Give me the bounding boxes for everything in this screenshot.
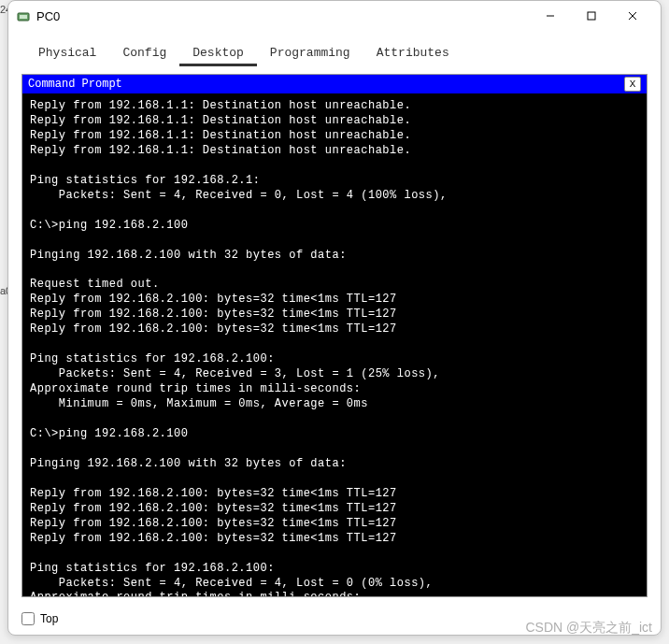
close-button[interactable]	[612, 3, 653, 29]
footer-bar: Top	[8, 607, 661, 635]
tab-attributes[interactable]: Attributes	[363, 42, 463, 66]
command-prompt-header: Command Prompt X	[22, 75, 647, 93]
tab-physical[interactable]: Physical	[25, 42, 109, 66]
tab-config[interactable]: Config	[109, 42, 179, 66]
minimize-button[interactable]	[530, 3, 571, 29]
maximize-button[interactable]	[571, 3, 612, 29]
command-prompt-close-button[interactable]: X	[624, 77, 641, 92]
desktop-panel: Command Prompt X Reply from 192.168.1.1:…	[21, 74, 648, 597]
terminal-output[interactable]: Reply from 192.168.1.1: Destination host…	[22, 93, 647, 596]
tab-desktop[interactable]: Desktop	[179, 42, 257, 66]
app-icon	[16, 8, 31, 23]
command-prompt-title: Command Prompt	[28, 78, 122, 91]
tab-bar: PhysicalConfigDesktopProgrammingAttribut…	[8, 31, 661, 66]
top-checkbox[interactable]	[21, 612, 35, 625]
svg-rect-1	[20, 15, 27, 19]
app-window: PC0 PhysicalConfigDesktopProgrammingAttr…	[7, 0, 662, 636]
svg-rect-3	[588, 12, 595, 20]
top-checkbox-label: Top	[40, 612, 58, 625]
window-title: PC0	[36, 9, 530, 23]
titlebar: PC0	[8, 1, 661, 31]
tab-programming[interactable]: Programming	[257, 42, 363, 66]
window-controls	[530, 3, 653, 29]
